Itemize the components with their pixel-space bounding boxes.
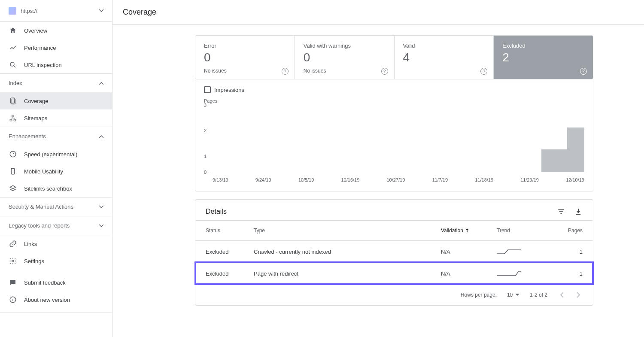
chart-bar <box>580 128 584 172</box>
sidebar-item-links[interactable]: Links <box>0 235 112 252</box>
xtick: 11/7/19 <box>432 177 448 182</box>
sidebar-item-label: Submit feedback <box>24 279 66 286</box>
pages-icon <box>9 97 17 105</box>
feedback-icon <box>9 278 17 287</box>
row-status: Excluded <box>206 270 254 277</box>
help-icon[interactable]: ? <box>381 68 388 75</box>
sidebar-item-about[interactable]: About new version <box>0 291 112 308</box>
tab-label: Valid with warnings <box>304 43 386 49</box>
sidebar-item-coverage[interactable]: Coverage <box>0 92 112 109</box>
col-trend-header[interactable]: Trend <box>497 228 557 234</box>
sidebar-item-mobile[interactable]: Mobile Usability <box>0 163 112 180</box>
trend-icon <box>9 43 17 52</box>
xtick: 9/24/19 <box>255 177 271 182</box>
mobile-icon <box>9 167 17 176</box>
chart-card: Impressions Pages 3 2 1 0 9/13/199/24/19… <box>195 79 593 191</box>
tab-value: 0 <box>204 51 286 64</box>
sidebar-item-label: About new version <box>24 297 70 303</box>
site-selector[interactable]: https:// <box>0 0 112 22</box>
chart-bar <box>559 149 563 172</box>
pager: Rows per page: 10 1-2 of 2 <box>195 284 593 305</box>
pager-perpage[interactable]: 10 <box>507 292 519 298</box>
row-type: Page with redirect <box>254 270 441 277</box>
details-table: Status Type Validation Trend Pages Exclu… <box>195 220 593 284</box>
sort-up-icon <box>465 228 469 233</box>
legend-label: Impressions <box>214 87 244 93</box>
sitemap-icon <box>9 114 17 122</box>
col-status-header[interactable]: Status <box>206 228 254 234</box>
row-validation: N/A <box>441 270 497 277</box>
svg-point-0 <box>10 62 14 66</box>
chart-ylabel: Pages <box>204 98 584 103</box>
help-icon[interactable]: ? <box>580 68 587 75</box>
chevron-down-icon <box>99 9 103 12</box>
sidebar-item-overview[interactable]: Overview <box>0 22 112 39</box>
sidebar-item-label: Settings <box>24 258 44 264</box>
tab-excluded[interactable]: Excluded 2 ? <box>494 36 593 79</box>
tab-label: Valid <box>403 43 485 49</box>
sidebar-item-label: Mobile Usability <box>24 168 63 175</box>
next-page-icon[interactable] <box>574 291 583 299</box>
sidebar: https:// Overview Performance URL inspec… <box>0 0 112 337</box>
ytick: 2 <box>204 128 207 133</box>
sidebar-item-sitelinks[interactable]: Sitelinks searchbox <box>0 180 112 197</box>
table-row[interactable]: Excluded Page with redirect N/A 1 <box>195 262 593 284</box>
download-icon[interactable] <box>574 207 583 216</box>
svg-rect-7 <box>11 168 15 174</box>
svg-rect-4 <box>10 119 12 121</box>
tab-value: 4 <box>403 51 485 64</box>
sidebar-item-sitemaps[interactable]: Sitemaps <box>0 109 112 127</box>
sidebar-item-performance[interactable]: Performance <box>0 39 112 56</box>
row-validation: N/A <box>441 249 497 255</box>
tab-value: 0 <box>304 51 386 64</box>
row-type: Crawled - currently not indexed <box>254 249 441 255</box>
col-type-header[interactable]: Type <box>254 228 441 234</box>
sidebar-item-label: Sitemaps <box>24 115 47 121</box>
chart-bar <box>554 149 559 172</box>
prev-page-icon[interactable] <box>558 291 566 299</box>
xtick: 10/27/19 <box>386 177 405 182</box>
section-index[interactable]: Index <box>0 74 112 92</box>
sidebar-item-feedback[interactable]: Submit feedback <box>0 274 112 291</box>
chart-bar <box>571 128 576 172</box>
sidebar-item-settings[interactable]: Settings <box>0 252 112 270</box>
help-icon[interactable]: ? <box>282 68 289 75</box>
svg-point-8 <box>12 260 14 262</box>
globe-icon <box>9 7 16 15</box>
sidebar-item-url-inspection[interactable]: URL inspection <box>0 56 112 73</box>
section-label: Enhancements <box>9 133 46 140</box>
row-trend <box>497 270 557 277</box>
chevron-down-icon <box>515 294 519 296</box>
col-pages-header[interactable]: Pages <box>557 228 583 234</box>
chart-bar <box>550 149 554 172</box>
table-row[interactable]: Excluded Crawled - currently not indexed… <box>195 240 593 262</box>
xtick: 12/10/19 <box>566 177 584 182</box>
section-label: Index <box>9 80 22 86</box>
chart-xticks: 9/13/199/24/1910/5/1910/16/1910/27/1911/… <box>213 177 584 182</box>
row-status: Excluded <box>206 249 254 255</box>
chart-bar <box>541 149 546 172</box>
help-icon[interactable]: ? <box>480 68 487 75</box>
section-security[interactable]: Security & Manual Actions <box>0 197 112 216</box>
details-card: Details Status Type Validation T <box>195 199 593 306</box>
section-legacy[interactable]: Legacy tools and reports <box>0 216 112 235</box>
chart-bar <box>567 128 571 172</box>
col-validation-header[interactable]: Validation <box>441 228 497 234</box>
status-tabs: Error 0 No issues ? Valid with warnings … <box>195 35 593 79</box>
sidebar-item-label: Overview <box>24 27 47 34</box>
details-title: Details <box>206 208 227 216</box>
chart-plot <box>213 105 584 172</box>
tab-label: Excluded <box>502 43 584 49</box>
tab-error[interactable]: Error 0 No issues ? <box>195 36 295 79</box>
section-enhancements[interactable]: Enhancements <box>0 127 112 146</box>
chart-area: 3 2 1 0 9/13/199/24/1910/5/1910/16/1910/… <box>204 105 584 182</box>
filter-icon[interactable] <box>557 207 565 216</box>
chart-bar <box>546 149 550 172</box>
impressions-checkbox[interactable] <box>204 86 211 93</box>
tab-valid-warnings[interactable]: Valid with warnings 0 No issues ? <box>295 36 395 79</box>
page-title: Coverage <box>123 8 156 17</box>
layers-icon <box>9 184 17 193</box>
sidebar-item-speed[interactable]: Speed (experimental) <box>0 146 112 163</box>
sidebar-item-label: Speed (experimental) <box>24 151 77 158</box>
tab-valid[interactable]: Valid 4 ? <box>395 36 494 79</box>
